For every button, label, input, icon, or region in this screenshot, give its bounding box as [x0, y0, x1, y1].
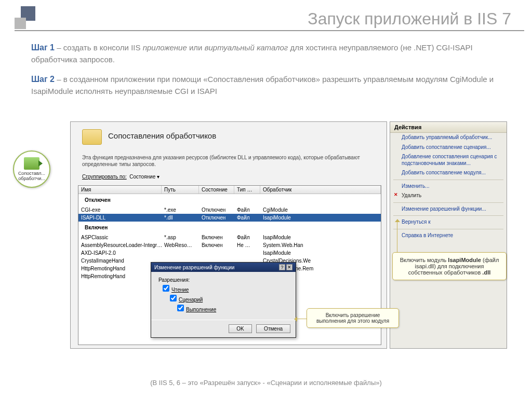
callout-execute-permission: Включить разрешение выполнения для этого…	[307, 308, 399, 328]
table-row[interactable]: AssemblyResourceLoader-Integr…WebReso…Вк…	[78, 241, 381, 249]
close-icon[interactable]: ✕	[286, 264, 292, 270]
content-text: Шаг 1 – создать в консоли IIS приложение…	[31, 42, 511, 104]
header-rule	[15, 30, 524, 31]
dialog-body: Разрешения: Чтение Сценарий Выполнение	[151, 272, 296, 320]
script-checkbox[interactable]	[170, 295, 177, 301]
perm-script: Сценарий	[170, 295, 288, 303]
screenshot-area: Сопоставл... обработчи... Сопоставления …	[8, 121, 524, 350]
action-delete[interactable]: Удалить	[390, 191, 507, 201]
callout-isapi-module: Включить модуль IsapiModule (файл isapi.…	[392, 252, 507, 280]
group-enabled: Включен	[78, 222, 381, 234]
slide: Запуск приложений в IIS 7 Шаг 1 – создат…	[0, 0, 532, 398]
table-row[interactable]: CGI-exe*.exeОтключенФайлCgiModule	[78, 206, 381, 214]
action-permissions[interactable]: Изменение разрешений функции...	[390, 204, 507, 214]
action-help[interactable]: Справка в Интернете	[390, 231, 507, 241]
help-icon[interactable]: ?	[279, 264, 285, 270]
action-edit[interactable]: Изменить...	[390, 182, 507, 191]
perm-execute: Выполнение	[177, 305, 288, 312]
callout-arrow-2	[296, 319, 307, 319]
table-row[interactable]: ASPClassic*.aspВключенФайлIsapiModule	[78, 234, 381, 241]
table-header: Имя Путь Состояние Тип … Обработчик	[78, 186, 381, 194]
column-type[interactable]: Тип …	[234, 186, 260, 194]
permissions-label: Разрешения:	[158, 277, 288, 283]
action-link[interactable]: Добавить сопоставление модуля...	[390, 168, 507, 178]
dialog-buttons: OK Отмена	[151, 320, 296, 337]
group-by-value[interactable]: Состояние	[129, 174, 155, 180]
table-row[interactable]: ISAPI-DLL*.dllОтключенФайлIsapiModule	[78, 214, 381, 222]
column-state[interactable]: Состояние	[199, 186, 234, 194]
handler-mapping-icon-circle: Сопоставл... обработчи...	[13, 150, 50, 188]
page-title: Запуск приложений в IIS 7	[308, 9, 511, 29]
folder-icon	[82, 129, 102, 145]
step-2: Шаг 2 – в созданном приложении при помощ…	[31, 73, 511, 98]
dialog-title: Изменение разрешений функции	[154, 265, 234, 270]
window-description: Эта функция предназначена для указания р…	[82, 154, 376, 168]
slide-logo	[15, 6, 42, 33]
dialog-titlebar: Изменение разрешений функции ? ✕	[151, 263, 296, 272]
actions-title: Действия	[390, 122, 507, 133]
action-link[interactable]: Добавить сопоставление сценария...	[390, 143, 507, 153]
permissions-dialog: Изменение разрешений функции ? ✕ Разреше…	[151, 262, 296, 338]
execute-checkbox[interactable]	[177, 305, 184, 311]
column-path[interactable]: Путь	[162, 186, 199, 194]
perm-read: Чтение	[163, 285, 288, 293]
group-disabled: Отключен	[78, 194, 381, 206]
bottom-note: (В IIS 5, 6 – это «Разрешён запуск» - «С…	[0, 379, 532, 387]
read-checkbox[interactable]	[163, 285, 169, 292]
actions-panel: Действия Добавить управляемый обработчик…	[390, 121, 507, 349]
cancel-button[interactable]: Отмена	[256, 324, 290, 333]
column-handler[interactable]: Обработчик	[260, 186, 381, 194]
action-link[interactable]: Добавление сопоставления сценария с подс…	[390, 152, 507, 168]
column-name[interactable]: Имя	[78, 186, 162, 194]
callout-arrow-1	[394, 221, 401, 253]
table-row[interactable]: AXD-ISAPI-2.0IsapiModule	[78, 249, 381, 257]
handler-mapping-label: Сопоставл... обработчи...	[14, 171, 49, 182]
window-title: Сопоставления обработчиков	[108, 131, 216, 140]
handler-mapping-icon	[24, 157, 39, 170]
ok-button[interactable]: OK	[229, 324, 251, 333]
step-1: Шаг 1 – создать в консоли IIS приложение…	[31, 42, 511, 66]
group-by-row: Сгруппировать по: Состояние ▾	[82, 174, 159, 180]
action-link[interactable]: Добавить управляемый обработчик...	[390, 133, 507, 143]
action-back[interactable]: Вернуться к	[390, 217, 507, 227]
